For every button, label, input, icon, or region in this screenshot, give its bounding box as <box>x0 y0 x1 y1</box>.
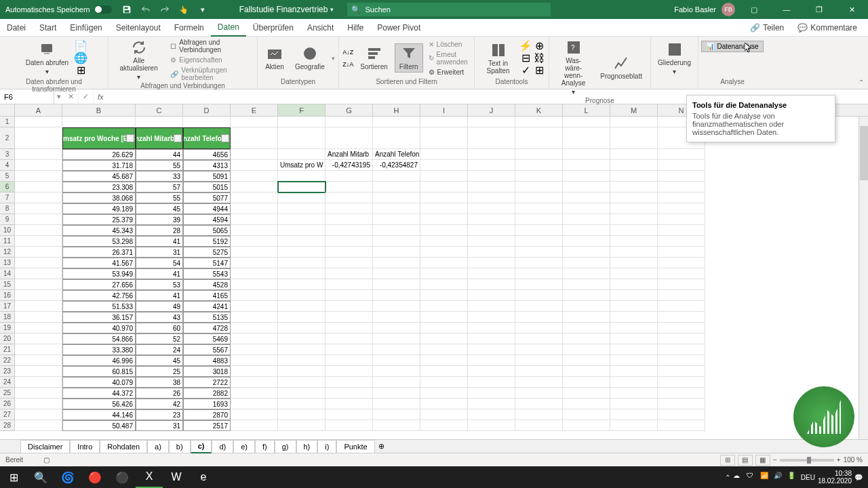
row-header-16[interactable]: 16 <box>0 290 15 301</box>
text-spalten-button[interactable]: Text in Spalten <box>479 41 517 76</box>
cell[interactable] <box>231 192 278 203</box>
cell-data[interactable]: 60 <box>136 323 183 333</box>
cell[interactable] <box>373 399 420 409</box>
sheet-tab-d)[interactable]: d) <box>212 440 233 453</box>
cell[interactable] <box>326 182 373 192</box>
cell[interactable] <box>231 399 278 409</box>
zoom-level[interactable]: 100 % <box>844 456 863 464</box>
cell-data[interactable]: 53 <box>136 279 183 290</box>
cell[interactable] <box>15 160 62 171</box>
col-header-B[interactable]: B <box>62 104 136 116</box>
cell[interactable] <box>420 333 468 344</box>
menu-seitenlayout[interactable]: Seitenlayout <box>109 19 167 37</box>
cell[interactable] <box>515 225 563 236</box>
cell[interactable] <box>15 268 62 279</box>
cell-data[interactable]: 25.379 <box>62 214 136 225</box>
cell[interactable] <box>468 366 515 377</box>
cell[interactable] <box>515 236 563 247</box>
cell[interactable] <box>420 279 468 290</box>
cell-data[interactable]: 5091 <box>183 171 231 182</box>
cell[interactable] <box>563 268 610 279</box>
cell-data[interactable]: 41 <box>136 236 183 247</box>
row-header-15[interactable]: 15 <box>0 279 15 290</box>
cell-data[interactable]: 33.380 <box>62 344 136 355</box>
cell[interactable] <box>231 323 278 333</box>
cell[interactable] <box>278 214 326 225</box>
share-button[interactable]: 🔗 Teilen <box>745 23 789 33</box>
cell[interactable] <box>563 366 610 377</box>
cell-data[interactable]: 23 <box>136 409 183 420</box>
cell[interactable] <box>563 301 610 312</box>
cell-data[interactable]: 31.718 <box>62 160 136 171</box>
cell[interactable] <box>373 214 420 225</box>
cell[interactable] <box>373 290 420 301</box>
cell[interactable] <box>610 333 658 344</box>
page-layout-icon[interactable]: ▤ <box>738 455 753 466</box>
cell[interactable] <box>278 236 326 247</box>
volume-icon[interactable]: 🔊 <box>774 472 785 483</box>
filter-arrow-icon[interactable]: ▾ <box>126 134 134 142</box>
cell[interactable] <box>468 268 515 279</box>
cell[interactable] <box>658 279 705 290</box>
cell[interactable] <box>373 344 420 355</box>
cell[interactable] <box>468 355 515 366</box>
cell[interactable] <box>15 409 62 420</box>
cell[interactable] <box>610 366 658 377</box>
cell-data[interactable]: 45.687 <box>62 171 136 182</box>
cell-data[interactable]: 44.146 <box>62 409 136 420</box>
cell[interactable] <box>468 409 515 420</box>
data-validation-icon[interactable]: ✓ <box>520 65 531 76</box>
cell-data[interactable]: 45.343 <box>62 225 136 236</box>
cell[interactable] <box>563 171 610 182</box>
row-header-8[interactable]: 8 <box>0 203 15 214</box>
sheet-tab-Rohdaten[interactable]: Rohdaten <box>100 440 147 453</box>
cell-data[interactable]: 1693 <box>183 399 231 409</box>
cell[interactable] <box>278 203 326 214</box>
cell[interactable] <box>15 182 62 192</box>
cell[interactable] <box>563 333 610 344</box>
word-icon[interactable]: W <box>163 466 190 488</box>
cell[interactable] <box>326 409 373 420</box>
page-break-icon[interactable]: ▦ <box>755 455 770 466</box>
menu-start[interactable]: Start <box>33 19 63 37</box>
cell[interactable] <box>515 258 563 268</box>
cell-data[interactable]: 5065 <box>183 225 231 236</box>
cell-data[interactable]: 53.949 <box>62 268 136 279</box>
cell[interactable] <box>468 247 515 258</box>
cell[interactable] <box>468 182 515 192</box>
cell[interactable] <box>15 377 62 388</box>
cell[interactable] <box>468 225 515 236</box>
cell[interactable] <box>326 344 373 355</box>
sheet-tab-Punkte[interactable]: Punkte <box>336 440 374 453</box>
cell[interactable] <box>563 214 610 225</box>
cell[interactable] <box>468 399 515 409</box>
cell[interactable] <box>231 214 278 225</box>
cell[interactable] <box>420 290 468 301</box>
cell-data[interactable]: 2722 <box>183 377 231 388</box>
cell[interactable] <box>420 366 468 377</box>
cell-data[interactable]: 24 <box>136 344 183 355</box>
row-header-9[interactable]: 9 <box>0 214 15 225</box>
cell[interactable] <box>468 214 515 225</box>
cell-data[interactable]: 5147 <box>183 258 231 268</box>
cell-data[interactable]: 41 <box>136 268 183 279</box>
cell-data[interactable]: 2870 <box>183 409 231 420</box>
cell[interactable] <box>658 160 705 171</box>
cell[interactable] <box>278 117 326 127</box>
col-header-L[interactable]: L <box>563 104 610 116</box>
cell-data[interactable]: 38 <box>136 377 183 388</box>
sheet-tab-i)[interactable]: i) <box>317 440 336 453</box>
cell[interactable] <box>373 420 420 431</box>
cell[interactable] <box>231 268 278 279</box>
cell[interactable] <box>231 171 278 182</box>
cell[interactable] <box>563 182 610 192</box>
cell[interactable] <box>326 127 373 149</box>
cell[interactable] <box>373 355 420 366</box>
col-header-M[interactable]: M <box>610 104 658 116</box>
abfragen-button[interactable]: ☐ Abfragen und Verbindungen <box>167 38 253 54</box>
cell[interactable] <box>231 312 278 323</box>
cell[interactable] <box>373 247 420 258</box>
row-header-6[interactable]: 6 <box>0 182 15 192</box>
cell[interactable] <box>468 203 515 214</box>
cell[interactable] <box>326 301 373 312</box>
